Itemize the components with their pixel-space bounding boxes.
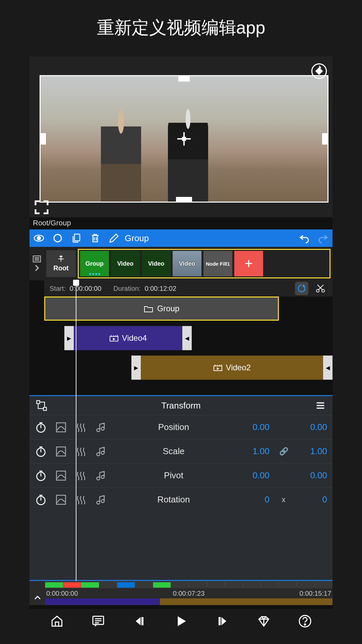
svg-rect-1 — [316, 68, 322, 74]
timeline-clip-video2[interactable]: ▶ Video2 ◀ — [131, 356, 333, 380]
chevron-right-icon — [34, 264, 40, 272]
folder-icon — [144, 305, 153, 313]
node-group[interactable]: Group — [80, 251, 109, 276]
menu-icon[interactable] — [314, 399, 326, 412]
wiggle-icon[interactable] — [75, 445, 87, 458]
timeline-clip-video4[interactable]: ▶ Video4 ◀ — [64, 326, 192, 350]
property-value-y[interactable]: 0.00 — [298, 470, 327, 481]
svg-rect-20 — [57, 423, 66, 432]
wiggle-icon[interactable] — [75, 494, 87, 506]
resize-handle[interactable] — [322, 133, 328, 145]
node-video[interactable]: Video — [173, 251, 201, 276]
video-subject-1 — [101, 108, 141, 202]
svg-rect-24 — [57, 471, 66, 480]
music-icon[interactable] — [95, 445, 107, 458]
property-value-y[interactable]: 0 — [298, 494, 327, 505]
duration-value[interactable]: 0:00:12:02 — [144, 285, 176, 292]
resize-handle[interactable] — [178, 75, 190, 82]
reset-time-button[interactable] — [295, 282, 308, 295]
clip-trim-right[interactable]: ◀ — [182, 326, 192, 350]
link-icon[interactable]: x — [278, 495, 290, 504]
circle-icon[interactable] — [52, 233, 63, 244]
timeline-clip-group[interactable]: Group — [44, 297, 279, 321]
transform-node-icon[interactable] — [36, 399, 48, 412]
transform-row: Position0.000.00 — [29, 415, 333, 439]
ruler-overview[interactable] — [45, 598, 333, 605]
transform-panel: Transform Position0.000.00Scale1.00🔗1.00… — [29, 395, 333, 581]
music-icon[interactable] — [95, 470, 107, 482]
curve-icon[interactable] — [55, 421, 67, 433]
premium-button[interactable] — [256, 614, 271, 629]
play-button[interactable] — [174, 614, 188, 629]
wiggle-icon[interactable] — [75, 470, 87, 482]
svg-rect-14 — [37, 400, 40, 404]
svg-point-4 — [54, 234, 61, 242]
reset-rotation-button[interactable] — [310, 62, 328, 80]
property-label: Rotation — [115, 494, 232, 505]
svg-point-31 — [304, 624, 306, 625]
help-button[interactable] — [298, 614, 312, 629]
time-ruler[interactable]: 0:00:00:00 0:00:07:23 0:00:15:17 — [29, 581, 333, 605]
property-label: Position — [115, 422, 232, 432]
bottom-nav — [29, 609, 333, 633]
svg-rect-29 — [219, 617, 221, 625]
property-value-x[interactable]: 1.00 — [240, 446, 269, 457]
playhead[interactable] — [76, 280, 76, 581]
transform-row: Pivot0.000.00 — [29, 463, 333, 487]
svg-rect-15 — [44, 408, 47, 411]
resize-handle[interactable] — [40, 133, 46, 145]
curve-icon[interactable] — [55, 494, 67, 506]
music-icon[interactable] — [95, 494, 107, 506]
wiggle-icon[interactable] — [75, 421, 87, 433]
stopwatch-icon[interactable] — [35, 445, 47, 458]
undo-button[interactable] — [299, 233, 310, 244]
cut-button[interactable] — [314, 282, 327, 295]
property-value-x[interactable]: 0.00 — [240, 470, 269, 481]
transform-row: Scale1.00🔗1.00 — [29, 439, 333, 463]
curve-icon[interactable] — [55, 445, 67, 458]
node-video[interactable]: Video — [142, 251, 171, 276]
visibility-icon[interactable] — [34, 233, 44, 244]
curve-icon[interactable] — [55, 470, 67, 482]
clip-trim-left[interactable]: ▶ — [64, 326, 74, 350]
redo-button[interactable] — [318, 233, 328, 244]
collapse-button[interactable] — [33, 593, 42, 602]
preview-frame[interactable] — [40, 75, 328, 203]
property-value-x[interactable]: 0.00 — [240, 422, 269, 432]
sidebar-toggle[interactable] — [29, 247, 44, 280]
svg-rect-26 — [57, 495, 66, 504]
music-icon[interactable] — [95, 421, 107, 433]
root-button[interactable]: Root — [46, 250, 76, 277]
property-label: Pivot — [115, 470, 232, 481]
step-forward-button[interactable] — [215, 614, 230, 629]
preview-area[interactable]: Root/Group — [29, 56, 333, 217]
comment-button[interactable] — [91, 614, 106, 629]
step-back-button[interactable] — [132, 614, 147, 629]
property-value-y[interactable]: 0.00 — [298, 422, 327, 432]
delete-icon[interactable] — [90, 233, 101, 244]
node-fill[interactable]: Node Fill1 — [203, 251, 232, 276]
center-crosshair-icon — [177, 132, 191, 146]
node-video[interactable]: Video — [111, 251, 140, 276]
duration-label: Duration: — [113, 285, 140, 292]
edit-icon[interactable] — [109, 233, 119, 244]
resize-handle[interactable] — [176, 197, 192, 203]
clip-trim-left[interactable]: ▶ — [131, 356, 141, 380]
edit-toolbar: Group — [29, 229, 333, 247]
node-strip: Root Group Video Video Video Node Fill1 … — [44, 247, 333, 280]
link-icon[interactable]: 🔗 — [278, 447, 290, 456]
stopwatch-icon[interactable] — [35, 421, 47, 433]
svg-rect-28 — [141, 617, 143, 625]
clip-icon — [213, 364, 223, 371]
stopwatch-icon[interactable] — [35, 470, 47, 482]
clip-trim-right[interactable]: ◀ — [323, 356, 333, 380]
add-node-button[interactable]: + — [234, 251, 263, 276]
copy-icon[interactable] — [71, 233, 82, 244]
home-button[interactable] — [50, 614, 64, 629]
property-value-x[interactable]: 0 — [240, 494, 269, 505]
property-value-y[interactable]: 1.00 — [298, 446, 327, 457]
start-label: Start: — [50, 285, 66, 292]
ruler-ticks — [45, 581, 333, 588]
fullscreen-button[interactable] — [34, 199, 50, 215]
stopwatch-icon[interactable] — [35, 494, 47, 506]
